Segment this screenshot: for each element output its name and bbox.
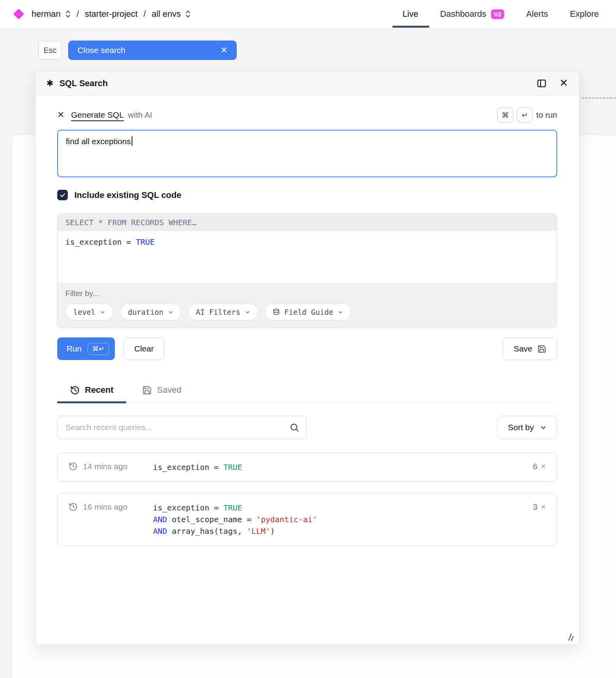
sql-token: is_exception = xyxy=(65,237,136,247)
dialog-resize-handle[interactable] xyxy=(566,633,574,641)
sql-editor: SELECT * FROM RECORDS WHERE… is_exceptio… xyxy=(57,214,557,328)
include-sql-label: Include existing SQL code xyxy=(74,190,181,200)
breadcrumb-separator: / xyxy=(77,9,79,19)
close-search-row: Esc Close search ✕ xyxy=(38,41,237,60)
query-run-count: 6 xyxy=(533,462,537,471)
filter-chip-level[interactable]: level xyxy=(65,303,113,321)
nav-tab-live[interactable]: Live xyxy=(403,9,418,19)
breadcrumb: herman / starter-project / all envs xyxy=(15,9,191,19)
history-icon xyxy=(69,462,78,471)
nav-tab-alerts[interactable]: Alerts xyxy=(526,9,548,19)
run-hint-label: to run xyxy=(536,110,557,120)
background-dashed-line xyxy=(582,97,616,99)
sql-line: AND array_has(tags, 'LLM') xyxy=(153,525,317,537)
include-sql-row: Include existing SQL code xyxy=(57,190,557,200)
history-tabs: Recent Saved xyxy=(57,385,557,403)
asterisk-icon: ✱ xyxy=(46,78,53,88)
dismiss-generate-icon[interactable]: ✕ xyxy=(57,111,64,119)
dialog-title-text: SQL Search xyxy=(59,78,107,88)
chevron-down-icon xyxy=(100,309,106,315)
filter-chips: level duration AI Filters Field Guide xyxy=(65,303,549,321)
ai-prompt-value: find all exceptions xyxy=(66,137,131,146)
logfire-logo-icon xyxy=(13,9,24,19)
save-button-label: Save xyxy=(514,344,532,353)
chevron-updown-icon[interactable] xyxy=(185,10,191,18)
filter-chip-ai-filters[interactable]: AI Filters xyxy=(188,303,258,321)
history-icon xyxy=(69,502,78,512)
sql-line: AND otel_scope_name = 'pydantic-ai' xyxy=(153,514,317,525)
sql-line: is_exception = TRUE xyxy=(153,502,317,514)
nav-tab-dashboards[interactable]: Dashboards V2 xyxy=(440,9,504,19)
text-caret xyxy=(132,136,132,146)
sort-by-label: Sort by xyxy=(508,423,534,432)
remove-query-icon[interactable]: × xyxy=(541,503,546,511)
actions-row: Run ⌘↵ Clear Save xyxy=(57,337,557,360)
query-meta: 3 × xyxy=(533,502,546,512)
enter-key: ↵ xyxy=(517,108,533,122)
run-button[interactable]: Run ⌘↵ xyxy=(57,337,115,360)
clear-button-label: Clear xyxy=(134,344,154,353)
chevron-updown-icon[interactable] xyxy=(65,10,71,18)
chevron-down-icon xyxy=(540,424,547,431)
dialog-header-actions: ✕ xyxy=(537,78,568,88)
breadcrumb-org[interactable]: herman xyxy=(32,9,61,19)
generate-sql-row: ✕ Generate SQL with AI ⌘ ↵ to run xyxy=(57,107,557,123)
sql-editor-header: SELECT * FROM RECORDS WHERE… xyxy=(58,214,557,231)
filter-chip-field-guide[interactable]: Field Guide xyxy=(265,303,351,321)
dialog-title: ✱ SQL Search xyxy=(46,78,108,88)
breadcrumb-env[interactable]: all envs xyxy=(152,9,181,19)
remove-query-icon[interactable]: × xyxy=(541,462,546,471)
sort-by-button[interactable]: Sort by xyxy=(498,416,557,439)
dialog-close-icon[interactable]: ✕ xyxy=(559,78,568,88)
query-time: 14 mins ago xyxy=(69,461,153,471)
query-meta: 6 × xyxy=(533,461,546,471)
run-shortcut-hint: ⌘ ↵ to run xyxy=(497,108,557,122)
save-button[interactable]: Save xyxy=(503,337,557,360)
breadcrumb-separator: / xyxy=(143,9,146,19)
filter-section: Filter by... level duration AI Filters xyxy=(58,283,557,328)
sql-search-dialog: ✱ SQL Search ✕ ✕ Generate SQL with AI ⌘ … xyxy=(35,71,579,645)
chevron-down-icon xyxy=(168,309,174,315)
query-sql: is_exception = TRUE AND otel_scope_name … xyxy=(153,502,317,537)
v2-badge: V2 xyxy=(491,9,504,19)
filter-chip-duration[interactable]: duration xyxy=(120,303,181,321)
database-icon xyxy=(273,308,280,316)
dock-panel-icon[interactable] xyxy=(537,78,547,88)
sql-line: is_exception = TRUE xyxy=(153,461,242,473)
sql-editor-code[interactable]: is_exception = TRUE xyxy=(58,231,557,283)
tab-recent[interactable]: Recent xyxy=(57,385,126,402)
nav-tab-dashboards-label: Dashboards xyxy=(440,9,486,19)
dialog-body: ✕ Generate SQL with AI ⌘ ↵ to run find a… xyxy=(35,95,579,546)
chevron-down-icon xyxy=(338,309,343,315)
chevron-down-icon xyxy=(245,309,250,315)
esc-key-hint: Esc xyxy=(38,41,62,60)
filter-by-label: Filter by... xyxy=(65,289,549,298)
nav-links: Live Dashboards V2 Alerts Explore xyxy=(403,9,599,19)
cmd-key: ⌘ xyxy=(497,108,513,122)
run-shortcut-keys: ⌘↵ xyxy=(88,343,109,355)
nav-tab-explore[interactable]: Explore xyxy=(570,9,599,19)
run-button-label: Run xyxy=(67,344,82,353)
clear-button[interactable]: Clear xyxy=(123,337,165,360)
close-search-button[interactable]: Close search ✕ xyxy=(68,41,237,60)
ai-prompt-input[interactable]: find all exceptions xyxy=(57,130,557,177)
close-search-label: Close search xyxy=(77,46,125,55)
generate-sql-suffix: with AI xyxy=(128,110,152,120)
sql-token: TRUE xyxy=(136,237,155,247)
history-icon xyxy=(70,385,80,395)
generate-sql-link[interactable]: Generate SQL xyxy=(71,110,123,120)
recent-query-list: 14 mins ago is_exception = TRUE 6 × 16 m… xyxy=(57,452,557,546)
recent-search-input[interactable] xyxy=(57,416,306,439)
query-sql: is_exception = TRUE xyxy=(153,461,242,473)
recent-search-row: Sort by xyxy=(57,416,557,439)
include-sql-checkbox[interactable] xyxy=(57,190,68,200)
top-nav: herman / starter-project / all envs Live… xyxy=(0,0,616,28)
tab-saved[interactable]: Saved xyxy=(129,385,194,402)
recent-query-item[interactable]: 16 mins ago is_exception = TRUE AND otel… xyxy=(57,493,557,546)
breadcrumb-project[interactable]: starter-project xyxy=(85,9,138,19)
save-floppy-icon xyxy=(537,344,546,353)
query-run-count: 3 xyxy=(533,502,537,512)
query-time: 16 mins ago xyxy=(69,502,153,512)
recent-search-box xyxy=(57,416,306,439)
recent-query-item[interactable]: 14 mins ago is_exception = TRUE 6 × xyxy=(57,452,557,482)
